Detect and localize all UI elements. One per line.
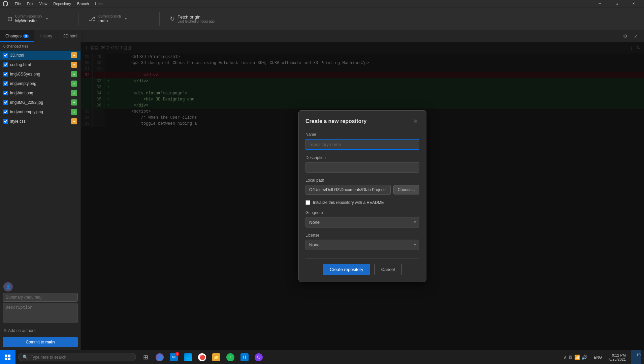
explorer-icon: 📁 <box>212 353 220 361</box>
sync-icon: ↻ <box>170 15 175 23</box>
titlebar: File Edit View Repository Branch Help ─ … <box>0 0 644 7</box>
menu-edit[interactable]: Edit <box>24 1 36 6</box>
file-name: img\empty.png <box>10 81 69 86</box>
file-status-modified: ● <box>71 62 77 68</box>
create-repository-button[interactable]: Create repository <box>323 264 370 275</box>
menu-branch[interactable]: Branch <box>74 1 92 6</box>
tab-changes-label: Changes <box>5 34 22 38</box>
file-name: img\IMG_2292.jpg <box>10 100 69 105</box>
taskbar-app-explorer[interactable]: 📁 <box>210 350 223 364</box>
name-label: Name <box>305 132 419 137</box>
taskbar-app-mail[interactable]: ✉ 1 <box>167 350 181 364</box>
taskbar-app-taskview[interactable]: ⊞ <box>139 350 152 364</box>
tabs-right: ⚙ ⤢ <box>621 32 644 40</box>
modal-close-button[interactable]: ✕ <box>411 117 419 125</box>
menu-file[interactable]: File <box>12 1 24 6</box>
file-checkbox[interactable] <box>3 100 8 105</box>
file-status-added: + <box>71 99 77 105</box>
menu-help[interactable]: Help <box>92 1 105 6</box>
windows-icon <box>5 355 10 360</box>
taskbar-search-input[interactable] <box>31 355 132 360</box>
current-repo-section[interactable]: ⊡ Current repository MyWebsite ▾ <box>4 12 71 25</box>
file-checkbox[interactable] <box>3 72 8 77</box>
mail-icon: ✉ 1 <box>170 353 178 361</box>
tab-changes[interactable]: Changes 8 <box>0 30 34 42</box>
repo-icon: ⊡ <box>7 15 12 23</box>
expand-icon[interactable]: ⤢ <box>632 32 640 40</box>
description-label: Description <box>305 155 419 160</box>
taskbar-app-edge[interactable]: 🌐 <box>181 350 195 364</box>
settings-icon[interactable]: ⚙ <box>621 32 629 40</box>
spotify-icon: ♪ <box>226 353 234 361</box>
menu-view[interactable]: View <box>37 1 50 6</box>
local-path-input[interactable] <box>305 185 391 195</box>
list-item[interactable]: img\CSSyes.png + <box>0 69 80 79</box>
local-path-label: Local path <box>305 178 419 183</box>
readme-checkbox-row: Initialize this repository with a README <box>305 200 419 205</box>
list-item[interactable]: img\empty.png + <box>0 79 80 88</box>
avatar-row: 👤 <box>3 281 78 293</box>
choose-button[interactable]: Choose... <box>393 185 419 194</box>
list-item[interactable]: 3D.html ● <box>0 51 80 60</box>
summary-input[interactable] <box>3 293 78 302</box>
titlebar-left: File Edit View Repository Branch Help <box>3 1 105 6</box>
tab-diff-file[interactable]: 3D.html <box>58 30 83 42</box>
file-status-modified: ● <box>71 118 77 124</box>
tabs-left: Changes 8 History 3D.html <box>0 30 83 42</box>
list-item[interactable]: img\IMG_2292.jpg + <box>0 98 80 107</box>
gitignore-select[interactable]: None <box>305 217 419 228</box>
file-checkbox[interactable] <box>3 81 8 86</box>
add-coauthor-button[interactable]: ⊕ Add co-authors <box>3 327 78 334</box>
file-checkbox[interactable] <box>3 62 8 67</box>
taskbar-clock[interactable]: 9:12 PM 8/25/2021 <box>607 353 629 361</box>
list-item[interactable]: img\html.png + <box>0 88 80 98</box>
fetch-sublabel: Last fetched 3 hours ago <box>178 20 215 23</box>
readme-checkbox[interactable] <box>305 200 310 205</box>
file-list: 3D.html ● coding.html ● img\CSSyes.png +… <box>0 51 80 278</box>
menu-repository[interactable]: Repository <box>51 1 74 6</box>
github-desktop-icon: ⬡ <box>255 353 263 361</box>
file-checkbox[interactable] <box>3 91 8 95</box>
add-coauthor-label: Add co-authors <box>8 328 35 333</box>
tab-changes-badge: 8 <box>23 34 29 38</box>
list-item[interactable]: coding.html ● <box>0 60 80 69</box>
list-item[interactable]: style.css ● <box>0 117 80 126</box>
taskbar-app-spotify[interactable]: ♪ <box>224 350 237 364</box>
taskbar-app-vscode[interactable]: ⟨⟩ <box>238 350 251 364</box>
taskbar: 🔍 ⊞ 🌀 ✉ 1 🌐 🔴 📁 <box>0 350 644 364</box>
maximize-button[interactable]: □ <box>609 0 624 7</box>
close-button[interactable]: ✕ <box>626 0 641 7</box>
toolbar: ⊡ Current repository MyWebsite ▾ ⎇ Curre… <box>0 7 644 30</box>
taskbar-app-chrome[interactable]: 🔴 <box>195 350 209 364</box>
svg-rect-2 <box>5 358 7 360</box>
sidebar: 8 changed files 3D.html ● coding.html ● … <box>0 42 81 350</box>
taskbar-app-edge-collab[interactable]: 🌀 <box>153 350 166 364</box>
file-checkbox[interactable] <box>3 53 8 58</box>
tab-history[interactable]: History <box>34 30 58 42</box>
minimize-button[interactable]: ─ <box>592 0 608 7</box>
tab-history-label: History <box>40 34 52 38</box>
file-checkbox[interactable] <box>3 110 8 114</box>
current-branch-label: Current branch <box>98 14 121 18</box>
name-input[interactable] <box>305 139 419 150</box>
current-branch-value: main <box>98 18 108 23</box>
fetch-origin-section[interactable]: ↻ Fetch origin Last fetched 3 hours ago <box>166 12 240 25</box>
list-item[interactable]: img\not empty.png + <box>0 107 80 117</box>
description-input[interactable] <box>3 303 78 323</box>
branch-chevron-icon: ▾ <box>125 17 127 21</box>
svg-rect-1 <box>8 355 10 357</box>
sys-icons-row[interactable]: ∧ 🖥 📶 🔊 <box>561 350 589 364</box>
cancel-button[interactable]: Cancel <box>374 264 402 275</box>
taskbar-app-github[interactable]: ⬡ <box>252 350 265 364</box>
diff-area: ↑ @@ -29,7 +29,11 @@ ↓ ⇅ 29 29 <h1>3D Pr… <box>81 42 644 350</box>
commit-button[interactable]: Commit to main <box>3 337 78 347</box>
description-input[interactable] <box>305 162 419 173</box>
file-checkbox[interactable] <box>3 119 8 124</box>
taskbar-search-box[interactable]: 🔍 <box>18 353 136 361</box>
current-branch-section[interactable]: ⎇ Current branch main ▾ <box>85 12 153 25</box>
menu-bar: File Edit View Repository Branch Help <box>12 1 105 6</box>
start-button[interactable] <box>0 350 15 364</box>
license-select[interactable]: None <box>305 240 419 250</box>
notification-button[interactable]: 19 <box>631 350 641 364</box>
modal-footer: Create repository Cancel <box>305 258 419 275</box>
